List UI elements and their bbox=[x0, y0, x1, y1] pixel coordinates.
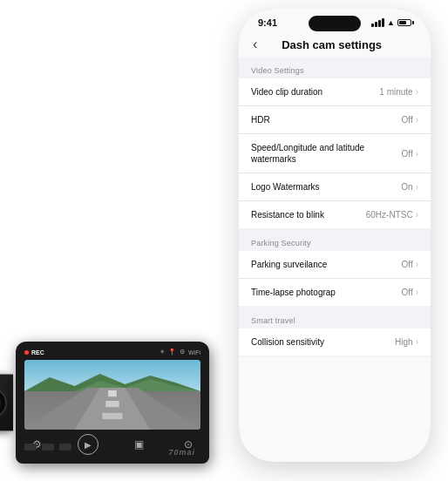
row-value: 60Hz-NTSC bbox=[366, 210, 413, 220]
settings-row[interactable]: Video clip duration1 minute› bbox=[239, 78, 431, 106]
settings-row[interactable]: HDROff› bbox=[239, 106, 431, 134]
chevron-right-icon: › bbox=[416, 260, 418, 269]
signal-icon bbox=[371, 18, 384, 27]
row-label: Resistance to blink bbox=[251, 209, 366, 220]
row-value: Off bbox=[402, 260, 413, 269]
settings-row[interactable]: Speed/Longitude and latitude watermarksO… bbox=[239, 134, 431, 173]
row-label: Video clip duration bbox=[251, 86, 379, 98]
section-label: Smart travel bbox=[239, 308, 431, 329]
settings-row[interactable]: Logo WatermarksOn› bbox=[239, 173, 431, 201]
settings-group: Collision sensitivityHigh› bbox=[239, 329, 431, 356]
row-label: Logo Watermarks bbox=[251, 181, 401, 193]
chevron-right-icon: › bbox=[416, 182, 418, 192]
settings-row[interactable]: Resistance to blink60Hz-NTSC› bbox=[239, 201, 431, 228]
chevron-right-icon: › bbox=[416, 115, 418, 125]
phone: 9:41 ▲ ‹ Dash cam setting bbox=[239, 9, 431, 462]
section-label: Parking Security bbox=[239, 230, 431, 251]
cam-status-icons: ☀ 📍 ⚙ WiFi bbox=[160, 349, 200, 356]
scene: REC ☀ 📍 ⚙ WiFi bbox=[0, 0, 448, 481]
back-button[interactable]: ‹ bbox=[253, 37, 257, 52]
settings-row[interactable]: Time-lapse photograpOff› bbox=[239, 279, 431, 306]
chevron-right-icon: › bbox=[416, 337, 418, 347]
rec-indicator: REC bbox=[24, 349, 44, 356]
settings-group: Parking surveilanceOff›Time-lapse photog… bbox=[239, 251, 431, 306]
settings-row[interactable]: Collision sensitivityHigh› bbox=[239, 329, 431, 356]
settings-group: Video clip duration1 minute›HDROff›Speed… bbox=[239, 78, 431, 228]
chevron-right-icon: › bbox=[416, 288, 418, 297]
status-icons: ▲ bbox=[371, 18, 411, 27]
svg-rect-5 bbox=[105, 401, 119, 407]
row-value: High bbox=[395, 337, 413, 347]
row-value: On bbox=[401, 182, 412, 192]
nav-bar: ‹ Dash cam settings bbox=[239, 31, 431, 58]
chevron-right-icon: › bbox=[416, 210, 418, 220]
dynamic-island bbox=[309, 16, 361, 31]
dashcam-lens bbox=[0, 375, 13, 431]
row-label: HDR bbox=[251, 114, 402, 125]
settings-content: Video SettingsVideo clip duration1 minut… bbox=[239, 58, 431, 357]
photo-btn[interactable]: ▣ bbox=[130, 436, 147, 453]
play-btn[interactable]: ▶ bbox=[78, 434, 98, 455]
row-value: Off bbox=[402, 288, 413, 297]
dashcam-screen bbox=[24, 360, 200, 430]
status-time: 9:41 bbox=[258, 17, 277, 28]
row-value: 1 minute bbox=[379, 87, 412, 97]
svg-rect-4 bbox=[108, 390, 117, 396]
page-title: Dash cam settings bbox=[264, 38, 399, 51]
row-label: Time-lapse photograp bbox=[251, 287, 402, 298]
row-label: Collision sensitivity bbox=[251, 336, 395, 348]
side-buttons bbox=[24, 444, 71, 451]
brand-label: 70mai bbox=[168, 448, 195, 457]
svg-rect-6 bbox=[102, 413, 122, 419]
battery-icon bbox=[397, 19, 411, 26]
dashcam: REC ☀ 📍 ⚙ WiFi bbox=[9, 342, 209, 464]
row-value: Off bbox=[402, 115, 413, 125]
wifi-icon: ▲ bbox=[387, 18, 395, 27]
chevron-right-icon: › bbox=[416, 87, 418, 97]
row-label: Speed/Longitude and latitude watermarks bbox=[251, 142, 402, 165]
row-label: Parking surveilance bbox=[251, 259, 402, 270]
row-value: Off bbox=[402, 149, 413, 159]
section-label: Video Settings bbox=[239, 58, 431, 78]
settings-row[interactable]: Parking surveilanceOff› bbox=[239, 251, 431, 279]
chevron-right-icon: › bbox=[416, 149, 418, 159]
